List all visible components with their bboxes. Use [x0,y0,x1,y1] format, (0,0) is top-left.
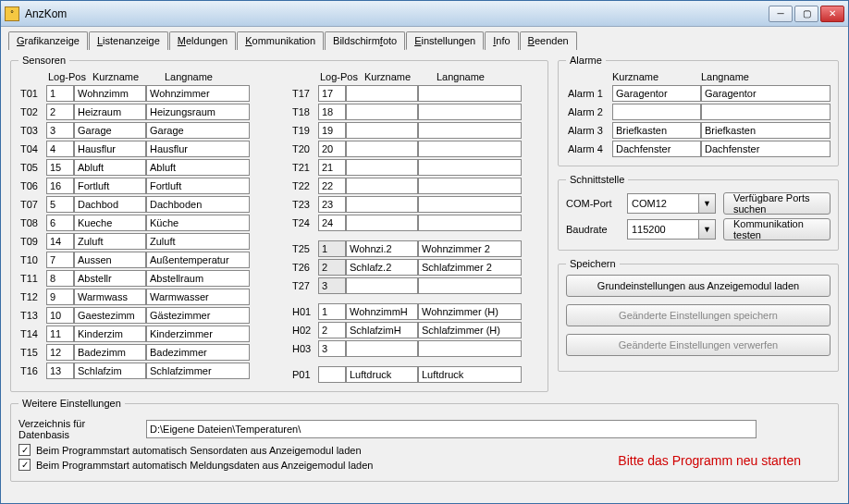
sensor-logpos-input[interactable]: 16 [46,178,74,194]
sensor-kurzname-input[interactable]: SchlafzimH [346,322,418,338]
ports-suchen-button[interactable]: Verfügbare Ports suchen [723,192,831,215]
sensor-langname-input[interactable]: Hausflur [146,141,250,157]
sensor-langname-input[interactable]: Außentemperatur [146,252,250,268]
sensor-kurzname-input[interactable]: WohnzimmH [346,303,418,320]
tab-meldungen[interactable]: Meldungen [169,31,236,50]
sensor-logpos-input[interactable]: 4 [46,141,74,157]
alarm-langname-input[interactable]: Briefkasten [701,122,831,139]
tab-bildschirmfoto[interactable]: Bildschirmfoto [325,31,405,50]
sensor-langname-input[interactable] [418,340,522,357]
alarm-kurzname-input[interactable]: Dachfenster [612,141,701,157]
sensor-kurzname-input[interactable]: Wohnzi.2 [346,240,418,257]
sensor-kurzname-input[interactable]: Wohnzimm [74,85,146,102]
sensor-logpos-input[interactable]: 9 [46,289,74,305]
sensor-kurzname-input[interactable]: Abstellr [74,270,146,287]
sensor-langname-input[interactable] [418,159,522,176]
sensor-kurzname-input[interactable] [346,104,418,120]
sensor-kurzname-input[interactable]: Badezimm [74,344,146,361]
sensor-logpos-input[interactable]: 22 [318,178,346,194]
sensor-kurzname-input[interactable] [346,141,418,157]
sensor-logpos-input[interactable]: 11 [46,326,74,342]
sensor-kurzname-input[interactable]: Luftdruck [346,366,418,383]
sensor-langname-input[interactable] [418,277,522,294]
sensor-langname-input[interactable]: Zuluft [146,233,250,250]
verzeichnis-input[interactable]: D:\Eigene Dateien\Temperaturen\ [146,420,757,438]
sensor-langname-input[interactable]: Garage [146,122,250,139]
sensor-logpos-input[interactable]: 23 [318,196,346,213]
sensor-logpos-input[interactable]: 2 [46,104,74,120]
sensor-logpos-input[interactable]: 14 [46,233,74,250]
sensor-logpos-input[interactable]: 19 [318,122,346,139]
sensor-logpos-input[interactable]: 1 [46,85,74,102]
sensor-langname-input[interactable] [418,85,522,102]
baudrate-combo[interactable]: 115200 ▼ [627,219,716,240]
sensor-langname-input[interactable]: Kinderzimmer [146,326,250,342]
sensor-logpos-input[interactable]: 7 [46,252,74,268]
sensor-langname-input[interactable] [418,196,522,213]
sensor-langname-input[interactable]: Küche [146,215,250,231]
sensor-langname-input[interactable]: Abluft [146,159,250,176]
komm-testen-button[interactable]: Kommunikation testen [723,218,831,240]
sensor-langname-input[interactable]: Luftdruck [418,366,522,383]
close-button[interactable]: ✕ [820,6,844,22]
sensor-kurzname-input[interactable] [346,215,418,231]
sensor-langname-input[interactable]: Heizungsraum [146,104,250,120]
sensor-kurzname-input[interactable]: Hausflur [74,141,146,157]
alarm-langname-input[interactable]: Garagentor [701,85,831,102]
alarm-kurzname-input[interactable] [612,104,701,120]
sensor-logpos-input[interactable]: 5 [46,196,74,213]
tab-listenanzeige[interactable]: Listenanzeige [89,31,168,50]
sensor-langname-input[interactable] [418,215,522,231]
sensor-kurzname-input[interactable]: Gaestezimm [74,307,146,324]
sensor-langname-input[interactable] [418,178,522,194]
tab-einstellungen[interactable]: Einstellungen [406,31,484,50]
sensor-kurzname-input[interactable]: Schlafz.2 [346,259,418,276]
sensor-kurzname-input[interactable] [346,340,418,357]
sensor-kurzname-input[interactable]: Schlafzim [74,363,146,379]
sensor-logpos-input[interactable]: 21 [318,159,346,176]
sensor-langname-input[interactable]: Schlafzimmer 2 [418,259,522,276]
minimize-button[interactable]: ─ [769,6,793,22]
sensor-kurzname-input[interactable]: Aussen [74,252,146,268]
grundeinstellungen-laden-button[interactable]: Grundeinstellungen aus Anzeigemodul lade… [566,275,831,297]
sensor-langname-input[interactable]: Dachboden [146,196,250,213]
sensor-langname-input[interactable]: Abstellraum [146,270,250,287]
tab-kommunikation[interactable]: Kommunikation [237,31,324,50]
sensor-langname-input[interactable] [418,141,522,157]
sensor-langname-input[interactable]: Gästezimmer [146,307,250,324]
checkbox-sensordaten[interactable]: ✓ [18,444,31,456]
sensor-logpos-input[interactable]: 12 [46,344,74,361]
sensor-langname-input[interactable]: Schlafzimmer (H) [418,322,522,338]
sensor-kurzname-input[interactable] [346,159,418,176]
sensor-kurzname-input[interactable]: Fortluft [74,178,146,194]
sensor-kurzname-input[interactable] [346,178,418,194]
checkbox-meldungsdaten[interactable]: ✓ [18,459,31,471]
sensor-logpos-input[interactable]: 1 [318,303,346,320]
einstellungen-speichern-button[interactable]: Geänderte Einstellungen speichern [566,304,831,326]
sensor-langname-input[interactable]: Wohnzimmer [146,85,250,102]
sensor-langname-input[interactable] [418,104,522,120]
sensor-langname-input[interactable] [418,122,522,139]
sensor-kurzname-input[interactable]: Heizraum [74,104,146,120]
sensor-kurzname-input[interactable]: Kueche [74,215,146,231]
sensor-logpos-input[interactable]: 6 [46,215,74,231]
tab-beenden[interactable]: Beenden [520,31,577,50]
alarm-langname-input[interactable] [701,104,831,120]
sensor-kurzname-input[interactable]: Abluft [74,159,146,176]
sensor-logpos-input[interactable]: 20 [318,141,346,157]
sensor-logpos-input[interactable]: 15 [46,159,74,176]
alarm-kurzname-input[interactable]: Briefkasten [612,122,701,139]
alarm-kurzname-input[interactable]: Garagentor [612,85,701,102]
sensor-logpos-input[interactable]: 18 [318,104,346,120]
sensor-kurzname-input[interactable] [346,122,418,139]
sensor-langname-input[interactable]: Warmwasser [146,289,250,305]
comport-combo[interactable]: COM12 ▼ [627,193,716,214]
sensor-logpos-input[interactable]: 2 [318,322,346,338]
tab-info[interactable]: Info [485,31,518,50]
sensor-logpos-input[interactable]: 3 [46,122,74,139]
sensor-kurzname-input[interactable]: Zuluft [74,233,146,250]
sensor-langname-input[interactable]: Wohnzimmer 2 [418,240,522,257]
sensor-logpos-input[interactable]: 13 [46,363,74,379]
sensor-kurzname-input[interactable] [346,85,418,102]
sensor-logpos-input[interactable]: 3 [318,277,346,294]
